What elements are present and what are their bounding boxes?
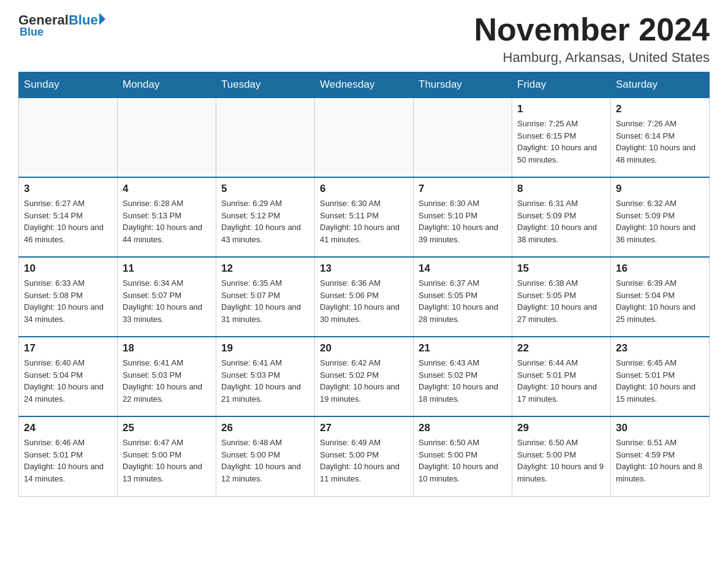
week-row-1: 1Sunrise: 7:25 AM Sunset: 6:15 PM Daylig… [19, 98, 710, 177]
calendar-cell: 27Sunrise: 6:49 AM Sunset: 5:00 PM Dayli… [315, 416, 414, 496]
calendar-cell: 20Sunrise: 6:42 AM Sunset: 5:02 PM Dayli… [315, 337, 414, 416]
day-header-monday: Monday [118, 72, 216, 98]
day-info: Sunrise: 6:30 AM Sunset: 5:11 PM Dayligh… [320, 197, 408, 245]
calendar-cell: 28Sunrise: 6:50 AM Sunset: 5:00 PM Dayli… [414, 416, 512, 496]
calendar-cell [315, 98, 414, 177]
day-info: Sunrise: 6:48 AM Sunset: 5:00 PM Dayligh… [221, 437, 309, 484]
day-number: 29 [517, 422, 605, 434]
day-info: Sunrise: 6:49 AM Sunset: 5:00 PM Dayligh… [320, 437, 408, 484]
day-info: Sunrise: 6:39 AM Sunset: 5:04 PM Dayligh… [616, 277, 704, 325]
day-number: 12 [221, 262, 309, 275]
day-number: 21 [419, 342, 507, 354]
logo: GeneralBlue Blue [18, 12, 105, 39]
day-number: 1 [517, 103, 605, 115]
day-number: 6 [320, 183, 408, 195]
day-info: Sunrise: 6:27 AM Sunset: 5:14 PM Dayligh… [24, 197, 112, 245]
day-info: Sunrise: 6:47 AM Sunset: 5:00 PM Dayligh… [123, 437, 211, 484]
day-info: Sunrise: 6:28 AM Sunset: 5:13 PM Dayligh… [123, 197, 211, 245]
day-info: Sunrise: 6:33 AM Sunset: 5:08 PM Dayligh… [24, 277, 112, 325]
calendar-cell: 4Sunrise: 6:28 AM Sunset: 5:13 PM Daylig… [118, 177, 216, 257]
day-info: Sunrise: 6:41 AM Sunset: 5:03 PM Dayligh… [123, 357, 211, 405]
calendar-cell: 22Sunrise: 6:44 AM Sunset: 5:01 PM Dayli… [512, 337, 611, 416]
logo-subtitle: Blue [20, 26, 44, 39]
calendar-cell: 25Sunrise: 6:47 AM Sunset: 5:00 PM Dayli… [118, 416, 216, 496]
day-number: 18 [123, 342, 211, 354]
calendar-cell: 19Sunrise: 6:41 AM Sunset: 5:03 PM Dayli… [216, 337, 315, 416]
day-number: 11 [123, 262, 211, 275]
calendar-cell: 11Sunrise: 6:34 AM Sunset: 5:07 PM Dayli… [118, 257, 216, 337]
day-info: Sunrise: 7:25 AM Sunset: 6:15 PM Dayligh… [517, 118, 605, 166]
day-info: Sunrise: 6:51 AM Sunset: 4:59 PM Dayligh… [616, 437, 704, 484]
calendar-cell: 16Sunrise: 6:39 AM Sunset: 5:04 PM Dayli… [611, 257, 710, 337]
month-title: November 2024 [474, 12, 710, 47]
day-info: Sunrise: 6:36 AM Sunset: 5:06 PM Dayligh… [320, 277, 408, 325]
day-header-thursday: Thursday [414, 72, 512, 98]
week-row-3: 10Sunrise: 6:33 AM Sunset: 5:08 PM Dayli… [19, 257, 710, 337]
calendar-cell: 13Sunrise: 6:36 AM Sunset: 5:06 PM Dayli… [315, 257, 414, 337]
day-number: 28 [419, 422, 507, 434]
day-header-wednesday: Wednesday [315, 72, 414, 98]
day-number: 24 [24, 422, 112, 434]
calendar-cell: 21Sunrise: 6:43 AM Sunset: 5:02 PM Dayli… [414, 337, 512, 416]
day-number: 7 [419, 183, 507, 195]
calendar-cell: 12Sunrise: 6:35 AM Sunset: 5:07 PM Dayli… [216, 257, 315, 337]
calendar-cell: 8Sunrise: 6:31 AM Sunset: 5:09 PM Daylig… [512, 177, 611, 257]
calendar-cell: 17Sunrise: 6:40 AM Sunset: 5:04 PM Dayli… [19, 337, 118, 416]
day-info: Sunrise: 6:45 AM Sunset: 5:01 PM Dayligh… [616, 357, 704, 405]
day-number: 15 [517, 262, 605, 275]
day-info: Sunrise: 6:32 AM Sunset: 5:09 PM Dayligh… [616, 197, 704, 245]
page-header: GeneralBlue Blue November 2024 Hamburg, … [18, 12, 710, 66]
calendar-cell: 23Sunrise: 6:45 AM Sunset: 5:01 PM Dayli… [611, 337, 710, 416]
calendar-cell: 30Sunrise: 6:51 AM Sunset: 4:59 PM Dayli… [611, 416, 710, 496]
calendar-cell: 1Sunrise: 7:25 AM Sunset: 6:15 PM Daylig… [512, 98, 611, 177]
calendar-cell: 29Sunrise: 6:50 AM Sunset: 5:00 PM Dayli… [512, 416, 611, 496]
day-info: Sunrise: 6:50 AM Sunset: 5:00 PM Dayligh… [419, 437, 507, 484]
day-number: 9 [616, 183, 704, 195]
day-number: 10 [24, 262, 112, 275]
day-number: 3 [24, 183, 112, 195]
calendar-cell: 18Sunrise: 6:41 AM Sunset: 5:03 PM Dayli… [118, 337, 216, 416]
calendar-cell [216, 98, 315, 177]
calendar-cell: 10Sunrise: 6:33 AM Sunset: 5:08 PM Dayli… [19, 257, 118, 337]
title-section: November 2024 Hamburg, Arkansas, United … [474, 12, 710, 66]
day-number: 8 [517, 183, 605, 195]
day-info: Sunrise: 6:34 AM Sunset: 5:07 PM Dayligh… [123, 277, 211, 325]
day-info: Sunrise: 6:44 AM Sunset: 5:01 PM Dayligh… [517, 357, 605, 405]
day-info: Sunrise: 6:43 AM Sunset: 5:02 PM Dayligh… [419, 357, 507, 405]
day-number: 5 [221, 183, 309, 195]
day-number: 20 [320, 342, 408, 354]
day-info: Sunrise: 6:41 AM Sunset: 5:03 PM Dayligh… [221, 357, 309, 405]
day-info: Sunrise: 6:38 AM Sunset: 5:05 PM Dayligh… [517, 277, 605, 325]
day-number: 13 [320, 262, 408, 275]
location-text: Hamburg, Arkansas, United States [474, 50, 710, 66]
day-info: Sunrise: 6:29 AM Sunset: 5:12 PM Dayligh… [221, 197, 309, 245]
day-info: Sunrise: 6:46 AM Sunset: 5:01 PM Dayligh… [24, 437, 112, 484]
day-info: Sunrise: 7:26 AM Sunset: 6:14 PM Dayligh… [616, 118, 704, 166]
day-info: Sunrise: 6:37 AM Sunset: 5:05 PM Dayligh… [419, 277, 507, 325]
day-header-friday: Friday [512, 72, 611, 98]
calendar-cell: 14Sunrise: 6:37 AM Sunset: 5:05 PM Dayli… [414, 257, 512, 337]
calendar-cell: 3Sunrise: 6:27 AM Sunset: 5:14 PM Daylig… [19, 177, 118, 257]
day-header-saturday: Saturday [611, 72, 710, 98]
calendar-cell [414, 98, 512, 177]
logo-arrow-icon [99, 13, 105, 25]
calendar-cell: 7Sunrise: 6:30 AM Sunset: 5:10 PM Daylig… [414, 177, 512, 257]
calendar-cell: 24Sunrise: 6:46 AM Sunset: 5:01 PM Dayli… [19, 416, 118, 496]
day-info: Sunrise: 6:35 AM Sunset: 5:07 PM Dayligh… [221, 277, 309, 325]
day-number: 19 [221, 342, 309, 354]
week-row-5: 24Sunrise: 6:46 AM Sunset: 5:01 PM Dayli… [19, 416, 710, 496]
day-info: Sunrise: 6:31 AM Sunset: 5:09 PM Dayligh… [517, 197, 605, 245]
day-info: Sunrise: 6:42 AM Sunset: 5:02 PM Dayligh… [320, 357, 408, 405]
day-number: 23 [616, 342, 704, 354]
day-number: 16 [616, 262, 704, 275]
day-number: 30 [616, 422, 704, 434]
day-number: 4 [123, 183, 211, 195]
calendar-cell: 15Sunrise: 6:38 AM Sunset: 5:05 PM Dayli… [512, 257, 611, 337]
calendar-cell [19, 98, 118, 177]
week-row-2: 3Sunrise: 6:27 AM Sunset: 5:14 PM Daylig… [19, 177, 710, 257]
day-number: 25 [123, 422, 211, 434]
calendar-header-row: SundayMondayTuesdayWednesdayThursdayFrid… [19, 72, 710, 98]
day-number: 17 [24, 342, 112, 354]
day-number: 2 [616, 103, 704, 115]
day-number: 27 [320, 422, 408, 434]
